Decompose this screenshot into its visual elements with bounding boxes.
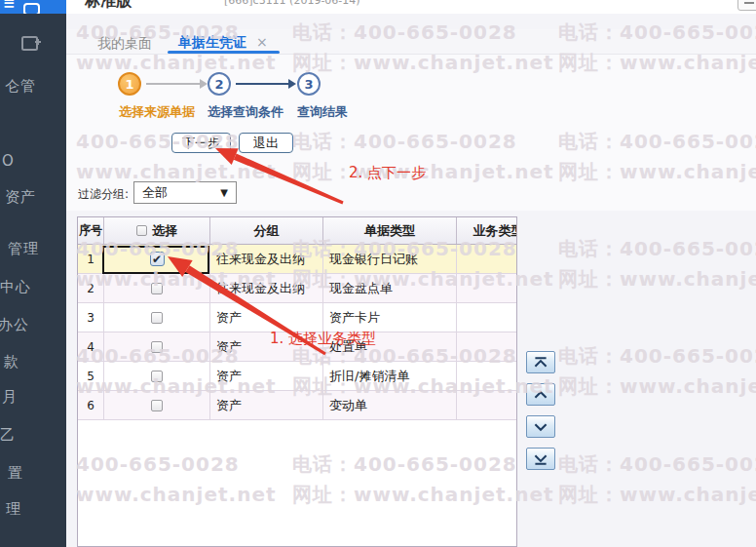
wizard-step-1-label: 选择来源单据 bbox=[119, 103, 195, 121]
title-bar: 标准版 [666]c3111 (2019-06-14) bbox=[0, 0, 756, 14]
row-biz-type bbox=[457, 362, 517, 390]
watermark-text: 网址：www.chanjet.net bbox=[558, 266, 756, 293]
header-doc-type: 单据类型 bbox=[323, 217, 457, 244]
app-title: 标准版 bbox=[85, 0, 132, 12]
app-logo: ≡ bbox=[0, 0, 66, 14]
arrow-right-icon bbox=[200, 79, 208, 89]
tab-bar: 我的桌面 单据生凭证 × bbox=[66, 29, 756, 55]
move-up-button[interactable] bbox=[526, 383, 555, 406]
header-group: 分组 bbox=[210, 217, 323, 244]
active-tab-underline bbox=[168, 51, 280, 54]
wizard-step-2-circle: 2 bbox=[208, 72, 231, 96]
source-doc-table: 序号 选择 分组 单据类型 业务类型 1 ✔ 往来现金及出纳 现金银行日记账 2… bbox=[77, 216, 517, 547]
sidebar-item-1[interactable]: 仑管 bbox=[5, 77, 36, 96]
sidebar-item-4[interactable]: 管理 bbox=[8, 240, 39, 258]
close-tab-icon[interactable]: × bbox=[256, 34, 268, 50]
watermark-text: 网址：www.chanjet.net bbox=[558, 373, 756, 400]
row-group: 资产 bbox=[210, 303, 323, 332]
wizard-step-3-circle: 3 bbox=[297, 72, 321, 96]
table-row[interactable]: 3 资产 资产卡片 bbox=[78, 303, 517, 332]
move-bottom-button[interactable] bbox=[526, 448, 555, 470]
header-select: 选择 bbox=[104, 217, 210, 244]
row-group: 资产 bbox=[210, 332, 323, 361]
wizard-connector-1 bbox=[146, 83, 200, 85]
arrow-right-icon bbox=[288, 79, 296, 89]
row-no: 2 bbox=[78, 274, 104, 302]
sidebar-item-5[interactable]: 中心 bbox=[0, 278, 31, 296]
table-row[interactable]: 6 资产 变动单 bbox=[78, 391, 517, 420]
row-doc-type: 处置单 bbox=[323, 332, 457, 361]
row-no: 6 bbox=[78, 391, 104, 419]
row-doc-type: 资产卡片 bbox=[323, 303, 457, 332]
table-row[interactable]: 5 资产 折旧/摊销清单 bbox=[78, 362, 517, 391]
sidebar-item-6[interactable]: 办公 bbox=[0, 316, 29, 334]
move-bottom-icon bbox=[527, 449, 554, 470]
sidebar-item-8[interactable]: 月 bbox=[2, 388, 18, 407]
chevron-down-icon: ▼ bbox=[220, 187, 228, 198]
header-select-label: 选择 bbox=[152, 222, 177, 240]
wizard-step-1-circle: 1 bbox=[118, 72, 141, 96]
row-checkbox-checked[interactable]: ✔ bbox=[150, 252, 165, 266]
row-no: 5 bbox=[78, 362, 104, 390]
table-header-row: 序号 选择 分组 单据类型 业务类型 bbox=[78, 217, 517, 245]
tab-voucher-generation[interactable]: 单据生凭证 bbox=[178, 34, 246, 52]
row-group: 资产 bbox=[210, 391, 323, 419]
sidebar-item-3[interactable]: 资产 bbox=[5, 188, 36, 207]
watermark-text: 网址：www.chanjet.net bbox=[558, 482, 756, 508]
wizard-step-2-label: 选择查询条件 bbox=[208, 103, 284, 121]
watermark-text: 电话：400-665-0028 bbox=[558, 236, 756, 262]
app-version-meta: [666]c3111 (2019-06-14) bbox=[224, 0, 360, 7]
app-window: 标准版 [666]c3111 (2019-06-14) ≡ 仑管 O 资产 管理… bbox=[0, 0, 756, 547]
row-no: 3 bbox=[78, 303, 104, 332]
window-control-fragment[interactable] bbox=[737, 0, 756, 11]
table-row[interactable]: 1 ✔ 往来现金及出纳 现金银行日记账 bbox=[78, 245, 517, 274]
row-no: 1 bbox=[78, 245, 104, 273]
sidebar-item-11[interactable]: 理 bbox=[6, 500, 21, 519]
exit-button[interactable]: 退出 bbox=[239, 133, 293, 153]
row-doc-type: 现金银行日记账 bbox=[323, 245, 457, 273]
wizard-step-3-label: 查询结果 bbox=[297, 103, 348, 121]
chevron-down-icon bbox=[527, 416, 554, 438]
table-row[interactable]: 4 资产 处置单 bbox=[78, 332, 517, 362]
chevron-up-icon bbox=[527, 384, 554, 406]
row-group: 往来现金及出纳 bbox=[210, 245, 323, 273]
row-biz-type bbox=[457, 391, 517, 419]
row-checkbox[interactable] bbox=[151, 371, 163, 382]
watermark-text: 电话：400-665-0028 bbox=[558, 451, 756, 478]
sidebar-nav: 仑管 O 资产 管理 中心 办公 款 月 乙 置 理 bbox=[0, 14, 66, 547]
row-biz-type bbox=[457, 274, 517, 302]
row-group: 资产 bbox=[210, 362, 323, 390]
sidebar-item-10[interactable]: 置 bbox=[8, 464, 23, 483]
row-doc-type: 折旧/摊销清单 bbox=[323, 362, 457, 390]
row-biz-type bbox=[457, 303, 517, 332]
row-checkbox[interactable] bbox=[151, 400, 163, 411]
wizard-connector-2 bbox=[236, 83, 288, 85]
row-checkbox[interactable] bbox=[151, 341, 163, 353]
row-checkbox[interactable] bbox=[151, 283, 163, 294]
new-window-icon[interactable] bbox=[20, 33, 44, 55]
row-no: 4 bbox=[78, 332, 104, 361]
next-step-button[interactable]: 下一步 bbox=[171, 133, 231, 153]
tab-my-desktop[interactable]: 我的桌面 bbox=[97, 35, 152, 53]
move-top-icon bbox=[527, 352, 554, 373]
sidebar-item-2[interactable]: O bbox=[2, 152, 15, 170]
header-biz-type: 业务类型 bbox=[457, 217, 517, 244]
header-no: 序号 bbox=[78, 217, 104, 244]
row-doc-type: 变动单 bbox=[323, 391, 457, 419]
filter-group-label: 过滤分组: bbox=[78, 186, 129, 203]
select-all-checkbox[interactable] bbox=[136, 225, 147, 236]
row-biz-type bbox=[457, 245, 517, 273]
logo-glyph-icon: ≡ bbox=[3, 0, 16, 12]
filter-group-value: 全部 bbox=[142, 184, 168, 202]
move-top-button[interactable] bbox=[526, 351, 555, 373]
row-biz-type bbox=[457, 332, 517, 361]
filter-group-select[interactable]: 全部 ▼ bbox=[133, 181, 237, 204]
row-checkbox[interactable] bbox=[151, 312, 163, 324]
logo-badge-icon bbox=[23, 3, 40, 14]
sidebar-item-7[interactable]: 款 bbox=[4, 353, 19, 371]
table-row[interactable]: 2 往来现金及出纳 现金盘点单 bbox=[78, 274, 517, 303]
row-group: 往来现金及出纳 bbox=[210, 274, 323, 302]
row-doc-type: 现金盘点单 bbox=[323, 274, 457, 302]
sidebar-item-9[interactable]: 乙 bbox=[0, 426, 16, 445]
move-down-button[interactable] bbox=[526, 415, 555, 438]
